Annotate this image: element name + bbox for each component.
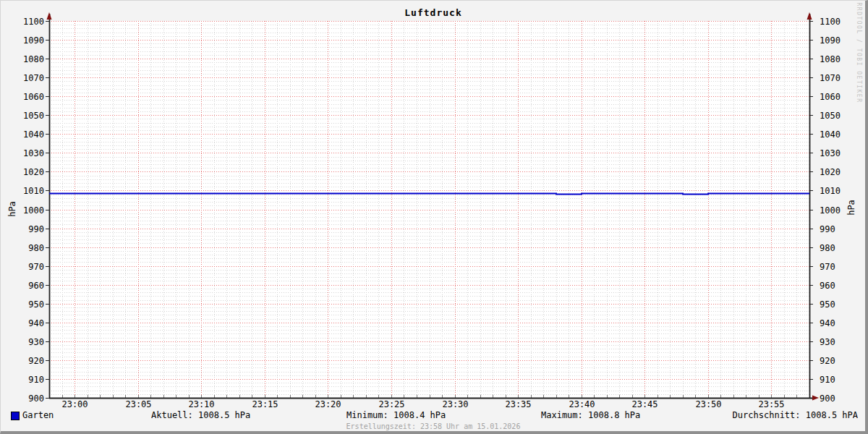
creation-time: Erstellungszeit: 23:58 Uhr am 15.01.2026 <box>1 422 866 430</box>
y-tick-label-right: 1050 <box>820 111 841 121</box>
stat-minimum: Minimum: 1008.4 hPa <box>346 410 446 420</box>
y-tick-label-right: 940 <box>820 318 835 328</box>
y-tick-label-left: 970 <box>28 262 44 272</box>
x-tick-label: 23:50 <box>695 399 721 409</box>
x-tick-label: 23:20 <box>315 399 341 409</box>
stat-maximum: Maximum: 1008.8 hPa <box>541 410 640 420</box>
y-tick-label-right: 970 <box>820 262 835 272</box>
y-tick-label-left: 1050 <box>23 111 44 121</box>
x-tick-label: 23:15 <box>252 399 278 409</box>
x-tick-label: 23:40 <box>569 399 595 409</box>
y-tick-label-left: 1040 <box>23 129 44 140</box>
y-tick-label-right: 1060 <box>820 92 841 102</box>
y-tick-label-left: 1070 <box>23 73 44 83</box>
x-tick-label: 23:05 <box>125 399 151 409</box>
y-tick-label-right: 1090 <box>820 35 841 46</box>
y-tick-label-right: 1000 <box>820 205 841 216</box>
y-tick-label-right: 920 <box>820 356 835 366</box>
y-tick-label-left: 980 <box>28 243 44 253</box>
y-tick-label-left: 960 <box>28 281 44 291</box>
legend-series-name: Garten <box>22 410 54 420</box>
y-tick-label-right: 910 <box>820 375 835 385</box>
legend-row: Garten Aktuell: 1008.5 hPa Minimum: 1008… <box>1 410 866 422</box>
y-tick-label-left: 1020 <box>23 167 44 177</box>
y-tick-label-left: 900 <box>28 393 44 404</box>
chart-canvas: 9009009109109209209309309409409509509609… <box>1 1 866 432</box>
y-tick-label-right: 930 <box>820 337 835 347</box>
x-tick-label: 23:30 <box>442 399 468 409</box>
y-tick-label-right: 960 <box>820 281 835 291</box>
x-tick-label: 23:25 <box>378 399 404 409</box>
x-tick-label: 23:35 <box>505 399 531 409</box>
y-tick-label-left: 990 <box>28 224 44 234</box>
y-axis-label-left: hPa <box>7 201 17 217</box>
y-tick-label-right: 1030 <box>820 148 841 158</box>
y-tick-label-right: 950 <box>820 299 835 310</box>
y-tick-label-left: 920 <box>28 356 44 366</box>
y-tick-label-left: 1010 <box>23 186 44 196</box>
legend-swatch-garten <box>11 412 20 420</box>
y-tick-label-left: 1080 <box>23 54 44 64</box>
y-axis-label-right: hPa <box>846 200 856 216</box>
y-tick-label-left: 1100 <box>23 17 44 27</box>
y-tick-label-left: 1030 <box>23 148 44 158</box>
stat-durchschnitt: Durchschnitt: 1008.5 hPA <box>733 410 858 420</box>
rrdtool-watermark: RRDTOOL / TOBI OETIKER <box>856 3 862 103</box>
y-tick-label-left: 940 <box>28 318 44 328</box>
y-tick-label-right: 1100 <box>820 17 841 27</box>
y-tick-label-right: 1070 <box>820 73 841 83</box>
y-tick-label-right: 1010 <box>820 186 841 196</box>
y-tick-label-left: 1000 <box>23 205 44 216</box>
y-tick-label-left: 950 <box>28 299 44 310</box>
y-tick-label-right: 1020 <box>820 167 841 177</box>
x-tick-label: 23:00 <box>61 399 88 409</box>
rrdtool-graph: Luftdruck 900900910910920920930930940940… <box>0 0 868 434</box>
y-tick-label-left: 1060 <box>23 92 44 102</box>
y-tick-label-left: 930 <box>28 337 44 347</box>
x-tick-label: 23:45 <box>631 399 658 409</box>
stat-aktuell: Aktuell: 1008.5 hPa <box>151 410 250 420</box>
y-tick-label-left: 1090 <box>23 35 44 46</box>
x-tick-label: 23:10 <box>188 399 214 409</box>
y-tick-label-right: 900 <box>820 393 835 404</box>
series <box>49 194 809 195</box>
y-tick-label-left: 910 <box>28 375 44 385</box>
y-tick-label-right: 980 <box>820 243 835 253</box>
y-tick-label-right: 990 <box>820 224 835 234</box>
series-line-garten <box>49 194 809 195</box>
x-tick-label: 23:55 <box>758 399 784 409</box>
y-tick-label-right: 1040 <box>820 129 841 140</box>
y-tick-label-right: 1080 <box>820 54 841 64</box>
